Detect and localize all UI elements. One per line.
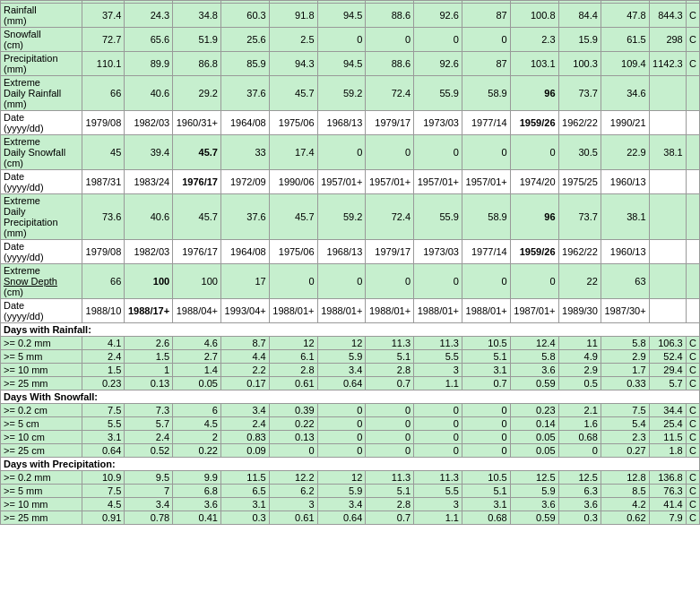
data-cell: 1987/31 [82, 170, 125, 194]
data-cell: 2.9 [601, 350, 649, 364]
data-cell: 1976/17 [173, 170, 221, 194]
data-cell: C [686, 337, 699, 350]
data-cell: 59.2 [317, 76, 366, 111]
data-cell: 15.9 [558, 28, 601, 52]
row-label: >= 10 mm [1, 364, 82, 377]
data-cell: 45.7 [173, 194, 221, 240]
data-cell: 96 [510, 194, 558, 240]
row-label: ExtremeDaily Rainfall(mm) [1, 76, 82, 111]
data-cell: 87 [462, 4, 510, 28]
data-cell: 52.4 [649, 350, 686, 364]
data-cell: 96 [510, 76, 558, 111]
data-cell: 0.3 [558, 511, 601, 525]
data-cell: 0.61 [269, 511, 317, 525]
data-cell: 2.3 [601, 431, 649, 444]
data-cell: 1975/06 [269, 111, 317, 135]
data-cell: 7 [125, 485, 173, 498]
row-label: Date(yyyy/dd) [1, 299, 82, 323]
table-row: Snowfall(cm)72.765.651.925.62.500002.315… [1, 28, 700, 52]
data-cell: 1972/09 [220, 170, 269, 194]
data-cell: 1 [125, 364, 173, 377]
data-cell: 11 [558, 337, 601, 350]
table-row: >= 0.2 mm10.99.59.911.512.21211.311.310.… [1, 471, 700, 485]
data-cell: 12.8 [601, 471, 649, 485]
data-cell: 0 [414, 28, 462, 52]
data-cell: 3 [269, 498, 317, 511]
data-cell: 8.7 [220, 337, 269, 350]
data-cell: 12.5 [510, 471, 558, 485]
data-cell: 22.9 [601, 135, 649, 170]
data-cell: 3.4 [317, 498, 366, 511]
data-cell: 0 [366, 431, 414, 444]
data-cell [686, 264, 699, 299]
data-cell: 0.83 [220, 431, 269, 444]
data-cell: 1987/01+ [510, 299, 558, 323]
data-cell: 100 [125, 264, 173, 299]
data-cell: 0 [317, 417, 366, 431]
data-cell: 7.5 [82, 404, 125, 417]
data-cell: 0 [366, 135, 414, 170]
data-cell: 3.6 [558, 498, 601, 511]
data-cell: 2.4 [220, 417, 269, 431]
data-cell: 58.9 [462, 76, 510, 111]
data-cell: 85.9 [220, 52, 269, 76]
data-cell: 88.6 [366, 4, 414, 28]
data-cell: C [686, 28, 699, 52]
data-cell: 1982/03 [125, 111, 173, 135]
data-cell: 0.39 [269, 404, 317, 417]
data-cell: 100.3 [558, 52, 601, 76]
data-cell: 0.59 [510, 511, 558, 525]
data-cell: 5.1 [462, 350, 510, 364]
data-cell: 11.3 [414, 471, 462, 485]
data-cell: 40.6 [125, 76, 173, 111]
data-cell: 1979/17 [366, 240, 414, 264]
table-row: >= 5 cm5.55.74.52.40.2200000.141.65.425.… [1, 417, 700, 431]
data-cell: 2.1 [558, 404, 601, 417]
data-cell: 0.7 [462, 377, 510, 390]
row-label: >= 5 mm [1, 485, 82, 498]
section-header: Days with Rainfall: [1, 323, 700, 337]
data-cell: 0 [462, 431, 510, 444]
data-cell: 6.5 [220, 485, 269, 498]
row-label: Date(yyyy/dd) [1, 111, 82, 135]
data-cell: 4.9 [558, 350, 601, 364]
data-cell: 61.5 [601, 28, 649, 52]
row-label: ExtremeDailyPrecipitation(mm) [1, 194, 82, 240]
data-cell: 38.1 [649, 135, 686, 170]
data-cell: 0.09 [220, 444, 269, 458]
data-cell: 2.3 [510, 28, 558, 52]
data-cell: 1968/13 [317, 111, 366, 135]
data-cell: 29.4 [649, 364, 686, 377]
data-cell: 0.7 [366, 511, 414, 525]
data-cell: 7.9 [649, 511, 686, 525]
data-cell: C [686, 431, 699, 444]
data-cell: 24.3 [125, 4, 173, 28]
data-cell [686, 76, 699, 111]
table-row: Rainfall(mm)37.424.334.860.391.894.588.6… [1, 4, 700, 28]
data-cell: 0 [414, 417, 462, 431]
table-row: >= 0.2 mm4.12.64.68.7121211.311.310.512.… [1, 337, 700, 350]
data-cell: 12 [317, 337, 366, 350]
row-label: >= 25 mm [1, 377, 82, 390]
data-cell: 1964/08 [220, 240, 269, 264]
row-label: ExtremeSnow Depth(cm) [1, 264, 82, 299]
data-cell: 0 [317, 431, 366, 444]
data-cell: 4.2 [601, 498, 649, 511]
data-cell: 3.6 [510, 364, 558, 377]
data-cell: 0.62 [601, 511, 649, 525]
data-cell: 1.8 [649, 444, 686, 458]
data-cell: 38.1 [601, 194, 649, 240]
data-cell [686, 111, 699, 135]
data-cell: 844.3 [649, 4, 686, 28]
data-cell: 55.9 [414, 194, 462, 240]
data-cell: 0 [317, 444, 366, 458]
data-cell: 86.8 [173, 52, 221, 76]
row-label: >= 5 cm [1, 417, 82, 431]
row-label: Date(yyyy/dd) [1, 170, 82, 194]
data-cell: 55.9 [414, 76, 462, 111]
data-cell: 63 [601, 264, 649, 299]
data-cell: 0.05 [510, 431, 558, 444]
data-cell: 73.6 [82, 194, 125, 240]
table-row: ExtremeSnow Depth(cm)6610010017000000226… [1, 264, 700, 299]
data-cell: 100 [173, 264, 221, 299]
